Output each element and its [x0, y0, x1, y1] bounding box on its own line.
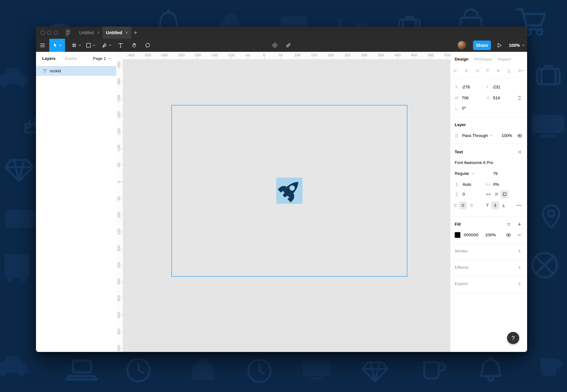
- diamond-background-icon: [359, 354, 391, 387]
- fill-color-swatch[interactable]: [455, 232, 460, 238]
- paragraph-spacing-input[interactable]: 0: [463, 192, 465, 197]
- w-input[interactable]: 706: [462, 96, 482, 100]
- pen-tool-button[interactable]: [99, 39, 115, 52]
- present-button[interactable]: [495, 39, 504, 52]
- fill-add-icon[interactable]: [518, 222, 522, 226]
- hand-tool-button[interactable]: [128, 39, 140, 52]
- align-left-icon[interactable]: [453, 69, 458, 73]
- comment-tool-button[interactable]: [142, 39, 153, 52]
- canvas[interactable]: -400-350-300-250-200-150-100-50050100150…: [116, 52, 450, 352]
- font-family-select[interactable]: Font Awesome 6 Pro: [455, 160, 493, 165]
- pen-tool-chevron-icon[interactable]: [109, 44, 111, 46]
- letter-spacing-input[interactable]: 0%: [493, 182, 499, 187]
- fixed-size-icon[interactable]: [502, 192, 507, 196]
- main-menu-button[interactable]: [38, 39, 47, 52]
- stroke-section-title: Stroke: [455, 249, 468, 253]
- ruler-tick: [121, 198, 123, 199]
- tab-inspect[interactable]: Inspect: [498, 57, 511, 62]
- shape-tool-chevron-icon[interactable]: [93, 44, 95, 46]
- tab-prototype[interactable]: Prototype: [474, 57, 492, 62]
- ruler-label-x: 0: [263, 53, 265, 57]
- line-height-input[interactable]: Auto: [463, 182, 471, 187]
- ruler-tick: [121, 182, 123, 182]
- fill-opacity-input[interactable]: 100%: [485, 233, 496, 237]
- page-selector[interactable]: Page 1: [93, 56, 114, 61]
- text-styles-icon[interactable]: [518, 150, 522, 154]
- export-add-icon[interactable]: [518, 282, 522, 286]
- rotation-input[interactable]: 0°: [462, 106, 466, 111]
- window-minimize-button[interactable]: [47, 30, 51, 35]
- horizontal-ruler: -400-350-300-250-200-150-100-50050100150…: [116, 52, 450, 59]
- y-input[interactable]: -231: [492, 85, 500, 89]
- frame-tool-chevron-icon[interactable]: [78, 44, 81, 46]
- ruler-tick: [121, 348, 123, 349]
- fill-hex-input[interactable]: 000000: [464, 233, 478, 237]
- auto-height-icon[interactable]: [494, 192, 499, 196]
- ruler-label-x: 300: [361, 53, 367, 57]
- export-section-header: Export: [450, 280, 527, 288]
- tab-close-icon[interactable]: ×: [125, 30, 128, 35]
- tab-untitled-1[interactable]: Untitled ×: [76, 27, 103, 39]
- layer-visibility-eye-icon[interactable]: [517, 134, 522, 138]
- text-align-left-icon[interactable]: [453, 203, 458, 208]
- move-tool-chevron-icon[interactable]: [59, 44, 62, 46]
- ruler-tick: [121, 315, 123, 315]
- align-horizontal-center-icon[interactable]: [464, 69, 468, 73]
- mug-background-icon: [418, 352, 450, 385]
- constrain-proportions-icon[interactable]: [518, 96, 522, 100]
- export-section-title: Export: [455, 281, 468, 286]
- layer-row-rocket[interactable]: rocket: [36, 66, 116, 76]
- h-input[interactable]: 514: [493, 96, 500, 100]
- frame-tool-button[interactable]: [69, 39, 84, 52]
- distribute-icon[interactable]: [518, 69, 524, 73]
- share-button[interactable]: Share: [473, 41, 491, 50]
- ruler-label-y: 50: [117, 196, 121, 201]
- text-tool-button[interactable]: [115, 39, 126, 52]
- blend-mode-icon[interactable]: [455, 134, 459, 138]
- tab-close-icon[interactable]: ×: [97, 30, 100, 35]
- stroke-add-icon[interactable]: [518, 249, 522, 253]
- move-tool-button[interactable]: [49, 39, 65, 52]
- w-label: W: [455, 96, 459, 100]
- text-align-right-icon[interactable]: [469, 203, 474, 208]
- text-more-options-icon[interactable]: [517, 205, 522, 206]
- user-avatar[interactable]: [458, 41, 466, 50]
- tab-layers[interactable]: Layers: [42, 56, 55, 61]
- vertical-align-bottom-icon[interactable]: [501, 203, 506, 208]
- link-action-button[interactable]: [283, 39, 293, 52]
- component-action-button[interactable]: [270, 39, 280, 52]
- ruler-tick: [448, 58, 448, 59]
- shape-tool-button[interactable]: [83, 39, 98, 52]
- fill-styles-icon[interactable]: [507, 223, 510, 226]
- zoom-menu[interactable]: 100%: [509, 39, 525, 52]
- layer-opacity-input[interactable]: 100%: [502, 133, 512, 138]
- x-input[interactable]: -278: [462, 85, 481, 89]
- align-right-icon[interactable]: [475, 69, 479, 73]
- ruler-label-y: 300: [117, 279, 121, 285]
- auto-width-icon[interactable]: [486, 192, 491, 196]
- fill-remove-icon[interactable]: [518, 233, 522, 237]
- window-zoom-button[interactable]: [54, 30, 58, 35]
- align-top-icon[interactable]: [485, 69, 490, 73]
- vertical-align-middle-icon[interactable]: [493, 203, 497, 208]
- tab-assets[interactable]: Assets: [65, 56, 77, 61]
- blend-mode-select[interactable]: Pass Through: [462, 133, 488, 138]
- tab-untitled-2-active[interactable]: Untitled ×: [103, 27, 131, 39]
- new-tab-button[interactable]: +: [134, 27, 137, 39]
- window-close-button[interactable]: [41, 30, 45, 35]
- align-bottom-icon[interactable]: [507, 69, 511, 73]
- help-button[interactable]: ?: [507, 332, 519, 344]
- font-size-input[interactable]: 76: [493, 171, 498, 176]
- fill-visibility-eye-icon[interactable]: [506, 233, 511, 237]
- font-style-select[interactable]: Regular: [455, 171, 469, 176]
- diamond-background-icon: [1, 151, 37, 187]
- text-align-center-icon[interactable]: [461, 203, 465, 208]
- effects-add-icon[interactable]: [518, 266, 522, 269]
- ruler-label-y: 350: [117, 295, 121, 301]
- ruler-tick: [121, 232, 123, 232]
- tab-design[interactable]: Design: [455, 57, 468, 62]
- hand-icon: [132, 43, 137, 48]
- text-selection-highlight[interactable]: [276, 178, 302, 204]
- align-vertical-center-icon[interactable]: [496, 69, 500, 73]
- vertical-align-top-icon[interactable]: [485, 203, 490, 208]
